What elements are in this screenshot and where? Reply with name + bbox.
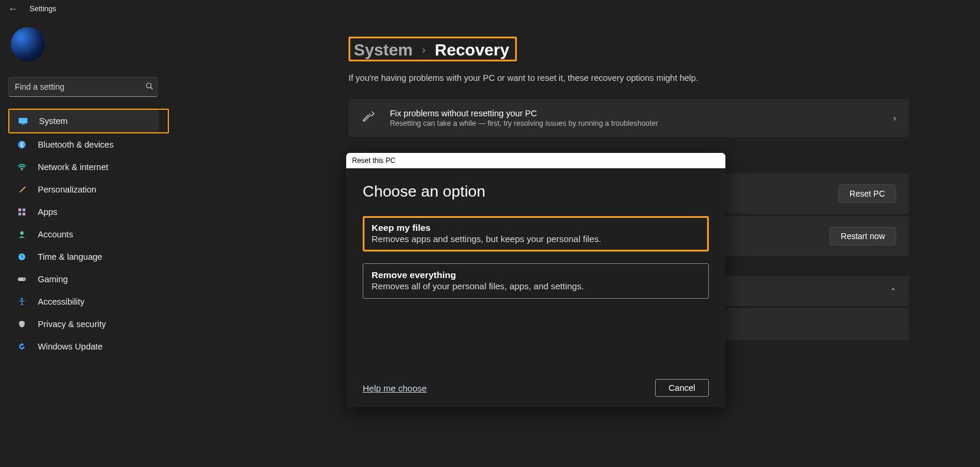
wifi-icon [17, 162, 27, 172]
option-keep-my-files[interactable]: Keep my files Removes apps and settings,… [363, 216, 709, 252]
breadcrumb: System › Recovery [349, 37, 517, 61]
reset-pc-dialog: Reset this PC Choose an option Keep my f… [346, 153, 725, 407]
back-arrow-icon[interactable]: ← [8, 4, 18, 14]
dialog-heading: Choose an option [363, 182, 709, 201]
svg-point-14 [24, 279, 25, 280]
option-title: Remove everything [372, 270, 700, 280]
svg-line-1 [151, 87, 153, 90]
option-remove-everything[interactable]: Remove everything Removes all of your pe… [363, 263, 709, 299]
sidebar-item-accounts[interactable]: Accounts [8, 223, 158, 246]
chevron-right-icon: › [422, 45, 425, 55]
gamepad-icon [17, 274, 27, 285]
svg-point-15 [21, 298, 23, 301]
chevron-right-icon: › [893, 113, 896, 123]
sidebar-item-gaming[interactable]: Gaming [8, 268, 158, 290]
svg-rect-7 [22, 208, 25, 211]
wrench-icon [362, 110, 376, 126]
apps-icon [17, 207, 27, 217]
option-desc: Removes all of your personal files, apps… [372, 281, 700, 291]
breadcrumb-current: Recovery [435, 41, 509, 60]
svg-rect-8 [18, 213, 21, 215]
svg-rect-2 [19, 118, 28, 123]
clock-icon [17, 252, 27, 262]
avatar[interactable] [11, 27, 45, 61]
breadcrumb-parent[interactable]: System [354, 41, 413, 60]
fix-problems-card[interactable]: Fix problems without resetting your PC R… [349, 99, 909, 137]
sidebar-item-label: Personalization [38, 185, 96, 194]
nav: System Bluetooth & devices Network & int… [8, 109, 169, 358]
sidebar-item-label: Apps [38, 207, 57, 217]
chevron-up-icon: ⌃ [890, 287, 896, 295]
brush-icon [17, 184, 27, 195]
sidebar-item-accessibility[interactable]: Accessibility [8, 290, 158, 313]
sidebar-item-privacy[interactable]: Privacy & security [8, 313, 158, 335]
update-icon [17, 341, 27, 352]
sidebar-item-label: Accessibility [38, 297, 84, 306]
person-icon [17, 229, 27, 240]
svg-rect-12 [18, 277, 26, 281]
option-desc: Removes apps and settings, but keeps you… [372, 234, 700, 244]
dialog-titlebar: Reset this PC [346, 153, 725, 168]
reset-pc-button[interactable]: Reset PC [838, 184, 896, 203]
sidebar-item-label: Bluetooth & devices [38, 140, 113, 149]
cancel-button[interactable]: Cancel [655, 379, 709, 397]
sidebar-item-label: Time & language [38, 252, 102, 262]
sidebar-item-network[interactable]: Network & internet [8, 156, 158, 178]
sidebar-item-label: Network & internet [38, 162, 108, 172]
sidebar-item-bluetooth[interactable]: Bluetooth & devices [8, 133, 158, 156]
svg-point-10 [20, 231, 24, 235]
display-icon [18, 116, 28, 126]
fix-title: Fix problems without resetting your PC [390, 109, 879, 118]
help-me-choose-link[interactable]: Help me choose [363, 383, 426, 393]
sidebar-item-label: Accounts [38, 230, 73, 239]
accessibility-icon [17, 296, 27, 307]
option-title: Keep my files [372, 223, 700, 233]
sidebar-item-apps[interactable]: Apps [8, 201, 158, 223]
sidebar-item-update[interactable]: Windows Update [8, 335, 158, 358]
svg-point-13 [23, 278, 24, 279]
search-input[interactable] [8, 77, 158, 97]
fix-sub: Resetting can take a while — first, try … [390, 119, 879, 128]
sidebar-item-label: Windows Update [38, 342, 103, 351]
bluetooth-icon [17, 139, 27, 150]
titlebar: ← Settings [0, 0, 980, 15]
sidebar-item-label: System [39, 116, 67, 126]
sidebar-item-system[interactable]: System [9, 110, 159, 132]
app-title: Settings [30, 5, 56, 13]
sidebar: System Bluetooth & devices Network & int… [0, 15, 177, 466]
sidebar-item-label: Privacy & security [38, 319, 106, 329]
sidebar-item-label: Gaming [38, 275, 68, 284]
svg-rect-6 [18, 208, 21, 211]
restart-now-button[interactable]: Restart now [829, 227, 896, 246]
svg-point-5 [21, 169, 22, 171]
sidebar-item-personalization[interactable]: Personalization [8, 178, 158, 201]
page-description: If you're having problems with your PC o… [349, 73, 909, 83]
svg-point-0 [146, 83, 151, 88]
dialog-title: Reset this PC [352, 156, 395, 165]
search-icon[interactable] [145, 82, 154, 92]
shield-icon [17, 319, 27, 329]
svg-rect-9 [22, 213, 25, 215]
sidebar-item-time[interactable]: Time & language [8, 246, 158, 268]
svg-rect-3 [21, 124, 24, 125]
search-wrap [8, 77, 169, 97]
